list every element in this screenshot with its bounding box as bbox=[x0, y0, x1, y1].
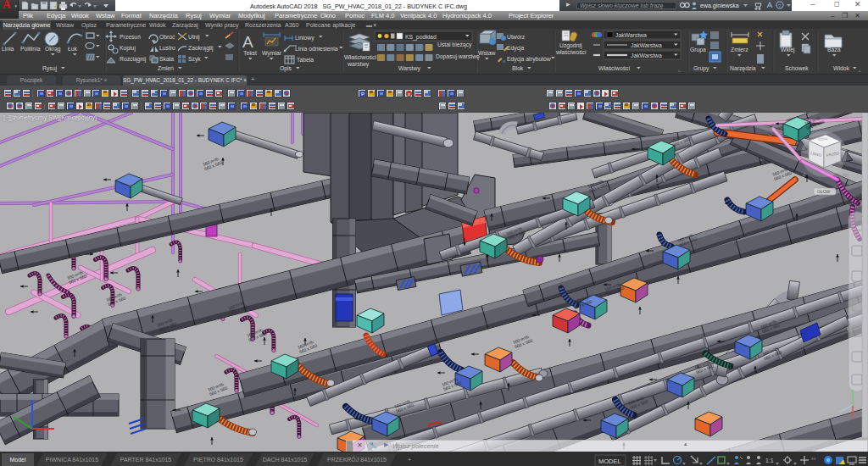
svg-text:Edycja atrybutów: Edycja atrybutów bbox=[507, 56, 551, 63]
svg-text:⌞: ⌞ bbox=[859, 67, 861, 72]
svg-text:Wklej: Wklej bbox=[781, 47, 795, 53]
svg-text:1:1: 1:1 bbox=[765, 458, 774, 463]
svg-text:warstwy: warstwy bbox=[347, 61, 370, 68]
svg-text:PD: PD bbox=[843, 173, 849, 178]
svg-text:Lustro: Lustro bbox=[159, 45, 175, 51]
svg-text:MODEL: MODEL bbox=[598, 458, 621, 465]
svg-text:GÓRA: GÓRA bbox=[818, 136, 828, 141]
svg-text:Szyk: Szyk bbox=[188, 56, 201, 63]
svg-text:Utwórz: Utwórz bbox=[507, 34, 526, 40]
svg-text:Opis: Opis bbox=[280, 65, 292, 72]
svg-text:Ustal bieżący: Ustal bieżący bbox=[437, 42, 472, 48]
svg-text:Przesuń: Przesuń bbox=[120, 34, 141, 40]
svg-text:Linia: Linia bbox=[2, 46, 14, 52]
svg-text:Narzędzia: Narzędzia bbox=[730, 65, 756, 72]
svg-text:Właściwości: Właściwości bbox=[344, 54, 377, 60]
svg-text:A: A bbox=[242, 33, 253, 51]
svg-text:Rozciągnij: Rozciągnij bbox=[120, 56, 147, 63]
svg-text:Uzgodnij: Uzgodnij bbox=[559, 42, 582, 49]
svg-text:°°: °° bbox=[811, 458, 816, 463]
svg-text:Zmień: Zmień bbox=[158, 65, 174, 71]
svg-text:a: a bbox=[503, 58, 506, 64]
svg-text:KS_podkład: KS_podkład bbox=[405, 34, 437, 41]
svg-text:Właściwości: Właściwości bbox=[598, 65, 630, 71]
svg-text:JakWarstwa: JakWarstwa bbox=[631, 53, 662, 58]
svg-text:JakWarstwa: JakWarstwa bbox=[631, 42, 662, 48]
svg-text:Obróć: Obróć bbox=[159, 34, 175, 40]
svg-text:Zmierz: Zmierz bbox=[731, 47, 748, 53]
svg-text:Okrąg: Okrąg bbox=[45, 46, 61, 53]
svg-text:właściwości: właściwości bbox=[555, 49, 587, 55]
svg-text:Blok: Blok bbox=[512, 65, 524, 71]
svg-text:Tekst: Tekst bbox=[243, 50, 257, 56]
svg-text:Polilinia: Polilinia bbox=[20, 46, 41, 52]
svg-text:Wymiar: Wymiar bbox=[262, 50, 282, 57]
svg-text:Skala: Skala bbox=[159, 56, 174, 62]
svg-text:Liniowy: Liniowy bbox=[295, 35, 314, 42]
svg-text:Widok: Widok bbox=[833, 65, 849, 71]
svg-text:Dopasuj warstwę: Dopasuj warstwę bbox=[436, 53, 480, 60]
svg-text:Warstwy: Warstwy bbox=[398, 65, 420, 72]
svg-text:Tabela: Tabela bbox=[297, 57, 314, 63]
svg-text:?: ? bbox=[778, 3, 782, 8]
svg-text:ewa.giniewska: ewa.giniewska bbox=[700, 3, 739, 9]
svg-text:Utnij: Utnij bbox=[188, 34, 200, 41]
svg-text:JakWarstwa: JakWarstwa bbox=[615, 32, 647, 38]
svg-text:GŁOW: GŁOW bbox=[817, 189, 831, 194]
svg-text:Baza: Baza bbox=[827, 47, 841, 53]
svg-text:Wstaw: Wstaw bbox=[478, 50, 495, 56]
svg-text:Zaokrąglij: Zaokrąglij bbox=[188, 45, 214, 52]
svg-text:Z: Z bbox=[803, 172, 805, 177]
svg-text:Schowek: Schowek bbox=[785, 65, 809, 71]
svg-text:Grupa: Grupa bbox=[690, 47, 706, 53]
svg-text:Rysuj: Rysuj bbox=[42, 65, 57, 72]
svg-text:Kopiuj: Kopiuj bbox=[120, 45, 136, 52]
svg-text:Łuk: Łuk bbox=[68, 46, 78, 52]
svg-text:Grupy: Grupy bbox=[693, 65, 709, 72]
svg-text:Linia odniesienia: Linia odniesienia bbox=[295, 46, 338, 52]
svg-text:Edycja: Edycja bbox=[507, 45, 525, 52]
svg-text:⌞: ⌞ bbox=[678, 67, 681, 72]
